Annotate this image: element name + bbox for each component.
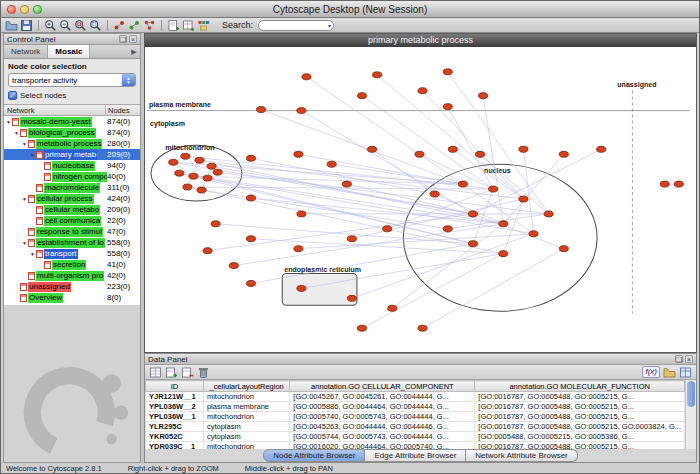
network-node[interactable] xyxy=(529,231,538,237)
zoom-fit-icon[interactable] xyxy=(89,19,102,32)
create-attribute-icon[interactable] xyxy=(165,366,178,379)
network-node[interactable] xyxy=(674,181,683,187)
tree-item-overview[interactable]: Overview8(0) xyxy=(4,292,140,303)
open-session-icon[interactable] xyxy=(5,19,18,32)
network-edge[interactable] xyxy=(473,214,564,249)
network-node[interactable] xyxy=(347,295,356,301)
tree-item-cellular-metabo[interactable]: cellular metabo209(0) xyxy=(4,204,140,215)
network-node[interactable] xyxy=(347,236,356,242)
zoom-selected-region-icon[interactable] xyxy=(74,19,87,32)
network-node[interactable] xyxy=(297,108,306,114)
table-row[interactable]: YPL036W__2plasma membrane[GO:0005886, GO… xyxy=(146,402,685,412)
import-network-icon[interactable] xyxy=(167,19,180,32)
formula-builder-icon[interactable]: f(x) xyxy=(642,366,660,378)
zoom-in-icon[interactable] xyxy=(44,19,57,32)
close-window-button[interactable] xyxy=(7,5,16,14)
network-node[interactable] xyxy=(519,146,528,152)
column-header-annotation-go-molecular-function[interactable]: annotation.GO MOLECULAR_FUNCTION xyxy=(475,381,685,392)
network-edge[interactable] xyxy=(523,149,533,233)
network-edge[interactable] xyxy=(387,189,493,229)
tab-edge-attribute-browser[interactable]: Edge Attribute Browser xyxy=(365,449,466,462)
network-node[interactable] xyxy=(246,236,255,242)
network-node[interactable] xyxy=(203,248,212,254)
network-node[interactable] xyxy=(229,263,238,269)
network-edge[interactable] xyxy=(193,176,533,234)
table-scrollbar-thumb[interactable] xyxy=(687,381,695,407)
expand-toggle-icon[interactable]: ▼ xyxy=(5,119,12,125)
network-edge[interactable] xyxy=(362,96,493,189)
network-node[interactable] xyxy=(207,163,216,169)
select-attributes-icon[interactable] xyxy=(149,366,162,379)
network-edge[interactable] xyxy=(392,224,503,308)
network-node[interactable] xyxy=(297,285,306,291)
zoom-out-icon[interactable] xyxy=(59,19,72,32)
network-node[interactable] xyxy=(257,107,266,113)
network-node[interactable] xyxy=(181,153,190,159)
expand-toggle-icon[interactable]: ▼ xyxy=(21,196,28,202)
network-node[interactable] xyxy=(443,104,452,110)
window-titlebar[interactable]: Cytoscape Desktop (New Session) xyxy=(1,1,699,18)
tree-item-nucleobase[interactable]: nucleobase94(0) xyxy=(4,160,140,171)
network-edge[interactable] xyxy=(251,239,503,254)
tree-item-cell-communica[interactable]: cell communica22(0) xyxy=(4,215,140,226)
network-node[interactable] xyxy=(195,157,204,163)
expand-toggle-icon[interactable]: ▼ xyxy=(29,251,36,257)
tree-item-secretion[interactable]: secretion41(0) xyxy=(4,259,140,270)
hide-selected-icon[interactable] xyxy=(113,19,126,32)
network-node[interactable] xyxy=(342,181,351,187)
network-node[interactable] xyxy=(388,305,397,311)
tab-mosaic[interactable]: Mosaic xyxy=(48,45,90,58)
tab-node-attribute-browser[interactable]: Node Attribute Browser xyxy=(263,449,365,462)
network-node[interactable] xyxy=(203,175,212,181)
network-node[interactable] xyxy=(597,146,606,152)
network-node[interactable] xyxy=(660,181,669,187)
network-edge[interactable] xyxy=(362,254,503,329)
network-node[interactable] xyxy=(519,196,528,202)
maximize-window-button[interactable] xyxy=(33,5,42,14)
network-node[interactable] xyxy=(294,246,303,252)
table-row[interactable]: YJR121W__1mitochondrion[GO:0045267, GO:0… xyxy=(146,392,685,402)
network-node[interactable] xyxy=(418,325,427,331)
network-node[interactable] xyxy=(297,211,306,217)
import-table-icon[interactable] xyxy=(182,19,195,32)
expand-toggle-icon[interactable]: ▼ xyxy=(21,141,28,147)
network-node[interactable] xyxy=(458,181,467,187)
network-edge[interactable] xyxy=(448,214,549,229)
tree-header-nodes[interactable]: Nodes xyxy=(106,105,140,115)
network-node[interactable] xyxy=(246,155,255,161)
expand-toggle-icon[interactable]: ▼ xyxy=(13,130,20,136)
network-node[interactable] xyxy=(327,161,336,167)
tree-item-response-to-stimul[interactable]: response to stimul47(0) xyxy=(4,226,140,237)
network-edge[interactable] xyxy=(423,249,564,328)
column-header-cellularlayoutregion[interactable]: _cellularLayoutRegion xyxy=(203,381,289,392)
network-frame-title[interactable]: primary metabolic process xyxy=(145,34,696,47)
show-all-icon[interactable] xyxy=(128,19,141,32)
network-node[interactable] xyxy=(468,211,477,217)
close-panel-icon[interactable]: × xyxy=(129,35,137,43)
network-node[interactable] xyxy=(415,151,424,157)
table-row[interactable]: YKR052Ccytoplasm[GO:0005744, GO:0005743,… xyxy=(146,432,685,442)
network-node[interactable] xyxy=(430,191,439,197)
network-node[interactable] xyxy=(544,211,553,217)
network-node[interactable] xyxy=(383,226,392,232)
table-row[interactable]: YDR039C__1mitochondrion[GO:0016020, GO:0… xyxy=(146,442,685,450)
expand-toggle-icon[interactable]: ▼ xyxy=(29,152,36,158)
tree-item-transport[interactable]: ▼transport558(0) xyxy=(4,248,140,259)
expand-toggle-icon[interactable]: ▼ xyxy=(21,240,28,246)
network-node[interactable] xyxy=(468,241,477,247)
search-input[interactable]: ▾ xyxy=(258,20,334,31)
float-panel-icon[interactable]: ❏ xyxy=(119,35,127,43)
network-node[interactable] xyxy=(189,173,198,179)
tree-item-cellular-process[interactable]: ▼cellular process424(0) xyxy=(4,193,140,204)
table-scrollbar[interactable] xyxy=(685,380,696,449)
vizmapper-icon[interactable] xyxy=(197,19,210,32)
tree-item-unassigned[interactable]: unassigned223(0) xyxy=(4,281,140,292)
float-panel-icon[interactable]: ❏ xyxy=(675,355,683,363)
network-node[interactable] xyxy=(211,221,220,227)
network-node[interactable] xyxy=(357,325,366,331)
minimize-window-button[interactable] xyxy=(20,5,29,14)
network-node[interactable] xyxy=(489,186,498,192)
network-node[interactable] xyxy=(302,74,311,80)
network-node[interactable] xyxy=(475,151,484,157)
network-node[interactable] xyxy=(294,151,303,157)
